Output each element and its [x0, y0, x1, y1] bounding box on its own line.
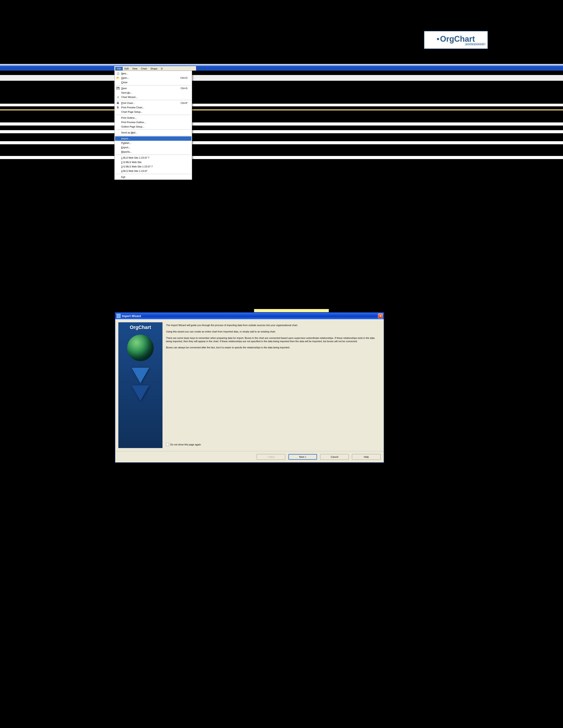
decorative-band — [0, 109, 563, 111]
menu-item-import[interactable]: Import... — [115, 136, 191, 141]
blank — [116, 110, 120, 114]
menu-item-reports[interactable]: Reports... — [115, 150, 191, 154]
blank — [116, 131, 120, 134]
menu-item-export[interactable]: Export... — [115, 145, 191, 150]
print-icon: 🖶 — [116, 101, 120, 105]
menu-item-save-as[interactable]: Save As... — [115, 90, 191, 95]
menu-item-exit[interactable]: Exit — [115, 175, 191, 179]
menu-item-3-g-bls-web-site-1-23-07-7[interactable]: 3 G:\BLS Web Site 1-23-07 7 — [115, 164, 191, 169]
menu-edit[interactable]: Edit — [123, 67, 130, 70]
menu-separator — [115, 135, 191, 136]
logo-subtitle: professional — [465, 43, 486, 45]
menu-item-chart-page-setup[interactable]: Chart Page Setup... — [115, 110, 191, 114]
menu-item-1-bls-web-site-1-23-07-7[interactable]: 1 BLS Web Site 1-23-07 7 — [115, 156, 191, 160]
menu-view[interactable]: View — [130, 67, 139, 70]
menu-item-print-outline[interactable]: Print Outline... — [115, 116, 191, 120]
cancel-button[interactable]: Cancel — [320, 454, 349, 460]
decorative-band — [0, 75, 563, 81]
decorative-band — [0, 64, 563, 66]
menu-item-label: Chart Wizard... — [121, 96, 187, 98]
new-icon: ▢ — [116, 72, 120, 75]
menu-item-label: Print Outline... — [121, 116, 187, 119]
dialog-titlebar[interactable]: Import Wizard ✕ — [115, 313, 384, 319]
blank — [116, 141, 120, 145]
blank — [116, 169, 120, 173]
wizard-main-panel: The Import Wizard will guide you through… — [166, 322, 381, 448]
menu-item-label: Exit — [121, 176, 187, 178]
help-button[interactable]: Help — [352, 454, 381, 460]
menu-item-label: 3 G:\BLS Web Site 1-23-07 7 — [121, 165, 187, 168]
menu-item-new[interactable]: ▢New... — [115, 71, 191, 76]
logo-main: OrgChart — [440, 34, 475, 44]
menu-item-label: Import... — [121, 137, 187, 140]
menu-shape[interactable]: Shape — [148, 67, 159, 70]
menu-item-label: Close — [121, 81, 187, 84]
sidebar-title: OrgChart — [130, 325, 151, 330]
menu-item-outline-page-setup[interactable]: Outline Page Setup... — [115, 124, 191, 129]
menu-separator — [115, 155, 191, 155]
save-icon: 💾 — [116, 86, 120, 90]
arrow-down-icon — [132, 385, 149, 401]
next-button[interactable]: Next > — [289, 454, 317, 460]
menu-item-label: Export... — [121, 146, 187, 149]
dialog-body: OrgChart The Import Wizard will guide yo… — [115, 319, 384, 451]
menu-item-label: Save — [121, 87, 178, 90]
checkbox-row[interactable]: Do not show this page again — [166, 443, 381, 448]
close-button[interactable]: ✕ — [378, 313, 383, 318]
dialog-title-text: Import Wizard — [122, 314, 141, 318]
blank — [116, 150, 120, 154]
menu-file[interactable]: File — [115, 67, 123, 70]
menu-item-label: Open... — [121, 77, 178, 79]
menu-item-print-chart[interactable]: 🖶Print Chart...Ctrl+P — [115, 101, 191, 105]
back-button: < Back — [256, 454, 285, 460]
blank — [116, 165, 120, 168]
menu-item-print-preview-outline[interactable]: Print Preview Outline... — [115, 120, 191, 124]
menu-more[interactable]: D — [159, 67, 164, 70]
menu-item-open[interactable]: 📂Open...Ctrl+O — [115, 76, 191, 80]
menu-item-label: Send as Mail... — [121, 131, 187, 134]
menu-item-label: Chart Page Setup... — [121, 111, 187, 113]
document-page: OrgChart professional File Edit View Cha… — [0, 0, 563, 728]
menu-item-save[interactable]: 💾SaveCtrl+S — [115, 86, 191, 90]
decorative-band — [0, 122, 563, 126]
dialog-footer: < Back Next > Cancel Help — [115, 451, 384, 462]
wizard-paragraph: There are some basic keys to remember wh… — [166, 336, 381, 343]
blank — [116, 175, 120, 179]
decorative-band — [0, 104, 563, 106]
wizard-sidebar: OrgChart — [118, 322, 162, 448]
app-window: File Edit View Chart Shape D ▢New...📂Ope… — [114, 66, 196, 180]
import-wizard-dialog: Import Wizard ✕ OrgChart The Import Wiza… — [115, 312, 384, 463]
menu-item-chart-wizard[interactable]: ◇Chart Wizard... — [115, 95, 191, 99]
menu-item-close[interactable]: Close — [115, 80, 191, 84]
blank — [116, 120, 120, 124]
wizard-paragraph: Boxes can always be connected after the … — [166, 346, 381, 349]
globe-icon — [127, 335, 154, 361]
decorative-band — [0, 141, 563, 144]
file-dropdown-menu[interactable]: ▢New...📂Open...Ctrl+OClose💾SaveCtrl+SSav… — [114, 71, 192, 180]
close-icon: ✕ — [379, 314, 382, 318]
blank — [116, 137, 120, 140]
checkbox-icon[interactable] — [166, 443, 169, 446]
menu-item-label: Print Preview Chart... — [121, 106, 187, 109]
decorative-band — [0, 66, 563, 71]
menu-item-shortcut: Ctrl+P — [180, 102, 187, 104]
arrow-down-icon — [132, 368, 149, 383]
menu-item-shortcut: Ctrl+S — [180, 87, 187, 90]
menu-item-4-bls-web-site-1-23-07[interactable]: 4 BLS Web Site 1-23-07 — [115, 169, 191, 173]
menu-item-label: Print Preview Outline... — [121, 121, 187, 124]
menu-item-print-preview-chart[interactable]: 🗎Print Preview Chart... — [115, 105, 191, 110]
blank — [116, 125, 120, 128]
menu-item-send-as-mail[interactable]: Send as Mail... — [115, 130, 191, 135]
menu-item-publish[interactable]: Publish... — [115, 141, 191, 145]
menu-bar[interactable]: File Edit View Chart Shape D — [114, 66, 196, 71]
menu-separator — [115, 115, 191, 115]
blank — [116, 91, 120, 94]
menu-item-2-g-bls-web-site[interactable]: 2 G:\BLS Web Site — [115, 160, 191, 164]
decorative-band — [0, 130, 563, 133]
preview-icon: 🗎 — [116, 106, 120, 109]
blank — [116, 116, 120, 120]
menu-chart[interactable]: Chart — [139, 67, 148, 70]
wizard-paragraph: Using this wizard you can create an enti… — [166, 330, 381, 333]
wizard-icon — [117, 314, 120, 318]
menu-separator — [115, 129, 191, 130]
